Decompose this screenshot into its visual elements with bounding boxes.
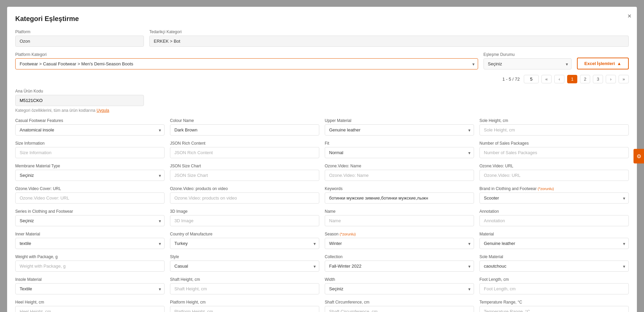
field-select-wrapper-membrane-material-type: Seçiniz [15,170,165,181]
field-group-membrane-material-type: Membrane Material TypeSeçiniz [15,164,165,181]
field-select-casual-footwear-features[interactable]: Anatomical insoleRegular [15,124,165,136]
field-group-shaft-height: Shaft Height, cm [170,277,319,294]
field-input-ozone-video-url[interactable] [479,170,629,181]
field-input-json-rich-content[interactable] [170,147,319,158]
field-group-ozone-video-cover-url: Ozone.Video Cover: URL [15,186,165,204]
field-group-upper-material: Upper MaterialGenuine leatherSynthetic [325,118,474,136]
field-select-membrane-material-type[interactable]: Seçiniz [15,170,165,181]
field-group-colour-name: Colour Name [170,118,319,136]
field-label-json-rich-content: JSON Rich Content [170,141,319,146]
excel-button[interactable]: Excel İşlemleri ▲ [577,58,629,69]
field-select-fit[interactable]: NormalSlimWide [325,147,474,158]
field-group-sole-height: Sole Height, cm [479,118,629,136]
field-select-material[interactable]: Genuine leatherSynthetic [479,238,629,249]
field-group-foot-length: Foot Length, cm [479,277,629,294]
field-select-style[interactable]: CasualSportFormal [170,261,319,272]
field-input-ozone-video-name[interactable] [325,170,474,181]
field-input-temperature-range[interactable] [479,306,629,312]
field-group-fit: FitNormalSlimWide [325,141,474,158]
field-group-sole-material: Sole Materialcaoutchoucrubberleather [479,254,629,272]
field-input-ozone-video-cover-url[interactable] [15,192,165,204]
field-select-wrapper-sole-material: caoutchoucrubberleather [479,261,629,272]
field-input-keywords[interactable] [325,192,474,204]
field-input-json-size-chart[interactable] [170,170,319,181]
first-page-button[interactable]: « [541,75,552,83]
field-group-temperature-range: Temperature Range, °C [479,300,629,312]
uygula-link[interactable]: Uygula [96,108,109,113]
field-select-season[interactable]: WinterSummerSpring/Fall [325,238,474,249]
field-label-shaft-height: Shaft Height, cm [170,277,319,282]
field-group-json-size-chart: JSON Size Chart [170,164,319,181]
field-input-sole-height[interactable] [479,124,629,136]
field-label-number-of-sales-packages: Number of Sales Packages [479,141,629,146]
excel-label: Excel İşlemleri [584,61,615,66]
field-group-material: MaterialGenuine leatherSynthetic [479,232,629,249]
pagination-info: 1 - 5 / 72 [502,77,520,82]
field-select-sole-material[interactable]: caoutchoucrubberleather [479,261,629,272]
next-page-button[interactable]: › [606,75,616,83]
field-group-keywords: Keywords [325,186,474,204]
field-group-ozone-video-products: Ozone.Video: products on video [170,186,319,204]
field-group-weight-with-package: Weight with Package, g [15,254,165,272]
field-input-heel-height[interactable] [15,306,165,312]
field-select-brand-in-clothing[interactable]: ScooterOther [479,192,629,204]
field-input-ozone-video-products[interactable] [170,192,319,204]
field-label-season: Season (*zorunlu) [325,232,474,236]
field-label-heel-height: Heel Height, cm [15,300,165,305]
field-group-ozone-video-url: Ozone.Video: URL [479,164,629,181]
field-label-ozone-video-products: Ozone.Video: products on video [170,186,319,191]
page-2-button[interactable]: 2 [580,75,590,83]
field-select-wrapper-width: Seçiniz [325,283,474,294]
field-group-json-rich-content: JSON Rich Content [170,141,319,158]
platform-kategori-label: Platform Kategori [15,52,478,57]
platform-kategori-select[interactable]: Footwear > Casual Footwear > Men's Demi-… [15,58,478,69]
ana-urun-input[interactable] [15,95,144,106]
field-label-foot-length: Foot Length, cm [479,277,629,282]
field-select-width[interactable]: Seçiniz [325,283,474,294]
field-input-colour-name[interactable] [170,124,319,136]
field-label-colour-name: Colour Name [170,118,319,123]
field-select-collection[interactable]: Fall-Winter 2022Spring-Summer 2022 [325,261,474,272]
field-select-country-of-manufacture[interactable]: TurkeyChinaRussia [170,238,319,249]
last-page-button[interactable]: » [619,75,629,83]
field-input-shaft-height[interactable] [170,283,319,294]
field-label-series-in-clothing: Series in Clothing and Footwear [15,209,165,214]
field-select-series-in-clothing[interactable]: Seçiniz [15,215,165,226]
field-group-heel-height: Heel Height, cm [15,300,165,312]
page-size-input[interactable] [524,75,539,83]
esleme-select[interactable]: Seçiniz [484,58,572,69]
field-label-json-size-chart: JSON Size Chart [170,164,319,168]
settings-icon[interactable]: ⚙ [634,149,644,163]
page-3-button[interactable]: 3 [593,75,603,83]
esleme-label: Eşleşme Durumu [484,52,572,57]
field-input-weight-with-package[interactable] [15,261,165,272]
field-select-upper-material[interactable]: Genuine leatherSynthetic [325,124,474,136]
prev-page-button[interactable]: ‹ [554,75,564,83]
page-1-button[interactable]: 1 [567,75,577,83]
field-label-fit: Fit [325,141,474,146]
field-label-sole-height: Sole Height, cm [479,118,629,123]
field-label-keywords: Keywords [325,186,474,191]
field-input-shaft-circumference[interactable] [325,306,474,312]
field-group-annotation: Annotation [479,209,629,226]
field-input-annotation[interactable] [479,215,629,226]
field-group-shaft-circumference: Shaft Circumference, cm [325,300,474,312]
field-input-platform-height[interactable] [170,306,319,312]
field-input-foot-length[interactable] [479,283,629,294]
ana-urun-label: Ana Ürün Kodu [15,89,144,93]
field-select-wrapper-season: WinterSummerSpring/Fall [325,238,474,249]
field-input-size-information[interactable] [15,147,165,158]
field-input-number-of-sales-packages[interactable] [479,147,629,158]
field-label-material: Material [479,232,629,236]
field-input-3d-image[interactable] [170,215,319,226]
field-select-wrapper-country-of-manufacture: TurkeyChinaRussia [170,238,319,249]
field-label-width: Width [325,277,474,282]
field-select-insole-material[interactable]: TextileLeather [15,283,165,294]
platform-input [15,36,144,47]
tedarik-label: Tedarikçi Kategori [149,29,629,34]
field-input-name[interactable] [325,215,474,226]
field-label-insole-material: Insole Material [15,277,165,282]
close-button[interactable]: × [627,12,631,20]
field-select-inner-material[interactable]: textileleather [15,238,165,249]
field-group-style: StyleCasualSportFormal [170,254,319,272]
